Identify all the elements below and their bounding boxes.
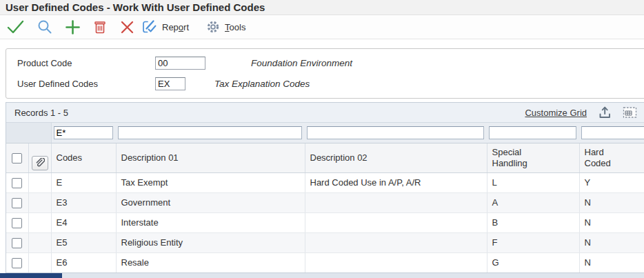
table-row: E Tax Exempt Hard Coded Use in A/P, A/R … — [6, 172, 644, 192]
udc-input[interactable] — [155, 77, 185, 90]
header-form-panel: Product Code Foundation Environment User… — [6, 48, 644, 99]
row-select-cell — [6, 252, 28, 272]
col-header-special-handling[interactable]: Special Handling — [487, 143, 579, 172]
grid-format-icon[interactable] — [623, 106, 637, 119]
cell-codes[interactable]: E4 — [51, 212, 116, 232]
filter-description-01-input[interactable] — [118, 126, 302, 139]
row-attachment-cell — [28, 172, 51, 192]
udc-row: User Defined Codes Tax Explanation Codes — [17, 76, 310, 91]
window-title: User Defined Codes - Work With User Defi… — [0, 0, 644, 15]
udc-grid-panel: Records 1 - 5 Customize Grid — [6, 102, 644, 273]
cell-description-02[interactable] — [305, 192, 487, 212]
paperclip-icon — [34, 158, 45, 168]
row-checkbox[interactable] — [12, 258, 22, 268]
cell-description-01[interactable]: Religious Entity — [116, 232, 305, 252]
col-header-description-02[interactable]: Description 02 — [305, 143, 487, 172]
records-count: Records 1 - 5 — [14, 108, 68, 118]
filter-special-handling-input[interactable] — [489, 126, 576, 139]
cell-description-02[interactable] — [305, 252, 487, 272]
cell-hard-coded[interactable]: N — [579, 212, 644, 232]
gear-icon — [205, 19, 221, 34]
col-header-codes[interactable]: Codes — [51, 143, 116, 172]
row-attachment-cell — [28, 212, 51, 232]
ok-check-icon[interactable] — [7, 20, 24, 34]
filter-lead-cell — [6, 123, 51, 143]
tools-button[interactable]: Tools — [205, 19, 245, 34]
cell-codes[interactable]: E — [51, 172, 116, 192]
cell-description-01[interactable]: Tax Exempt — [116, 172, 305, 192]
report-pencil-icon — [141, 19, 158, 34]
records-bar: Records 1 - 5 Customize Grid — [6, 103, 644, 123]
cell-special-handling[interactable]: A — [487, 192, 579, 212]
row-checkbox[interactable] — [12, 238, 22, 248]
grid-body: E Tax Exempt Hard Coded Use in A/P, A/R … — [6, 172, 644, 272]
select-all-checkbox[interactable] — [12, 153, 22, 163]
cell-description-02[interactable]: Hard Coded Use in A/P, A/R — [305, 172, 487, 192]
cell-codes[interactable]: E6 — [51, 252, 116, 272]
search-icon[interactable] — [37, 19, 52, 34]
cell-special-handling[interactable]: G — [487, 252, 579, 272]
col-header-description-01[interactable]: Description 01 — [116, 143, 305, 172]
table-row: E3 Government A N — [6, 192, 644, 212]
udc-description: Tax Explanation Codes — [214, 79, 310, 89]
cell-description-02[interactable] — [305, 232, 487, 252]
table-row: E6 Resale G N — [6, 252, 644, 272]
attachment-column-button[interactable] — [32, 156, 48, 170]
export-icon[interactable] — [597, 106, 612, 119]
cell-special-handling[interactable]: L — [487, 172, 579, 192]
add-icon[interactable] — [66, 20, 80, 34]
cell-special-handling[interactable]: B — [487, 212, 579, 232]
product-code-input[interactable] — [155, 57, 205, 70]
tools-label: Tools — [225, 22, 245, 32]
cell-codes[interactable]: E5 — [51, 232, 116, 252]
table-row: E4 Interstate B N — [6, 212, 644, 232]
udc-table: Codes Description 01 Description 02 Spec… — [6, 123, 644, 273]
report-button[interactable]: Report — [141, 19, 189, 34]
row-select-cell — [6, 212, 28, 232]
product-code-row: Product Code Foundation Environment — [17, 55, 352, 70]
row-checkbox[interactable] — [12, 178, 22, 188]
bottom-strip — [0, 273, 644, 278]
udc-label: User Defined Codes — [17, 79, 155, 89]
customize-grid-link[interactable]: Customize Grid — [525, 108, 587, 118]
cell-description-02[interactable] — [305, 212, 487, 232]
cell-hard-coded[interactable]: N — [579, 192, 644, 212]
row-select-cell — [6, 232, 28, 252]
cell-hard-coded[interactable]: Y — [579, 172, 644, 192]
filter-hard-coded-input[interactable] — [581, 126, 644, 139]
row-attachment-cell — [28, 252, 51, 272]
product-code-description: Foundation Environment — [251, 58, 352, 68]
cell-hard-coded[interactable]: N — [579, 232, 644, 252]
close-x-icon[interactable] — [120, 20, 134, 34]
row-select-cell — [6, 192, 28, 212]
cell-special-handling[interactable]: F — [487, 232, 579, 252]
report-label: Report — [162, 22, 189, 32]
delete-trash-icon[interactable] — [93, 20, 107, 34]
row-checkbox[interactable] — [12, 198, 22, 208]
toolbar: Report Tools — [0, 15, 644, 39]
filter-row — [6, 123, 644, 143]
filter-codes-input[interactable] — [54, 126, 114, 139]
col-header-hard-coded[interactable]: Hard Coded — [579, 143, 644, 172]
filter-description-02-input[interactable] — [307, 126, 484, 139]
row-select-cell — [6, 172, 28, 192]
cell-description-01[interactable]: Interstate — [116, 212, 305, 232]
cell-codes[interactable]: E3 — [51, 192, 116, 212]
row-attachment-cell — [28, 192, 51, 212]
row-checkbox[interactable] — [12, 218, 22, 228]
bottom-navy-bar — [0, 273, 62, 278]
cell-description-01[interactable]: Government — [116, 192, 305, 212]
grid-header-row: Codes Description 01 Description 02 Spec… — [6, 143, 644, 172]
cell-description-01[interactable]: Resale — [116, 252, 305, 272]
cell-hard-coded[interactable]: N — [579, 252, 644, 272]
product-code-label: Product Code — [17, 58, 155, 68]
row-attachment-cell — [28, 232, 51, 252]
table-row: E5 Religious Entity F N — [6, 232, 644, 252]
